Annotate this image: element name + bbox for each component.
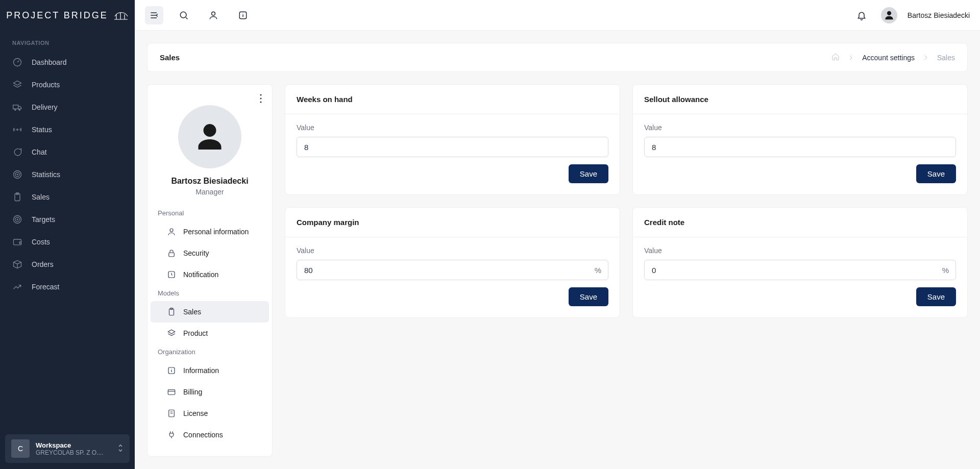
- sub-item-notification[interactable]: Notification: [151, 264, 269, 285]
- info-icon: [167, 366, 176, 375]
- up-down-icon: [117, 443, 124, 454]
- breadcrumb: Account settings Sales: [831, 53, 955, 62]
- bridge-icon: [113, 9, 129, 21]
- sidebar-item-targets[interactable]: Targets: [0, 208, 135, 231]
- user-avatar[interactable]: [881, 7, 897, 23]
- profile-button[interactable]: [204, 6, 223, 24]
- save-button[interactable]: Save: [569, 164, 608, 183]
- gauge-icon: [12, 57, 22, 67]
- profile-name: Bartosz Biesiadecki: [148, 177, 272, 186]
- field-label: Value: [644, 124, 956, 132]
- chevron-right-icon: [847, 54, 855, 62]
- sub-item-label: Notification: [183, 270, 218, 279]
- sidebar-item-products[interactable]: Products: [0, 73, 135, 96]
- sidebar-item-status[interactable]: Status: [0, 118, 135, 141]
- clipboard-icon: [167, 307, 176, 316]
- bell-square-icon: [167, 270, 176, 279]
- nav-label: Forecast: [32, 283, 59, 291]
- notifications-button[interactable]: [852, 6, 871, 24]
- save-button[interactable]: Save: [916, 287, 956, 306]
- user-name[interactable]: Bartosz Biesiadecki: [908, 11, 970, 19]
- card-title: Weeks on hand: [285, 85, 620, 114]
- sidebar-item-dashboard[interactable]: Dashboard: [0, 51, 135, 73]
- sidebar: PROJECT BRIDGE NAVIGATION DashboardProdu…: [0, 0, 135, 469]
- credit-note-input[interactable]: [644, 260, 956, 280]
- sub-item-label: Product: [183, 329, 208, 337]
- user-icon: [167, 227, 176, 236]
- sub-item-security[interactable]: Security: [151, 242, 269, 264]
- sub-item-label: License: [183, 409, 208, 417]
- topbar: Bartosz Biesiadecki: [135, 0, 980, 31]
- sidebar-item-delivery[interactable]: Delivery: [0, 96, 135, 118]
- sub-item-information[interactable]: Information: [151, 360, 269, 381]
- company-margin-input[interactable]: [297, 260, 608, 280]
- trend-icon: [12, 282, 22, 292]
- percent-suffix: %: [595, 266, 601, 275]
- target-icon: [12, 214, 22, 225]
- info-button[interactable]: [234, 6, 252, 24]
- sub-item-billing[interactable]: Billing: [151, 381, 269, 403]
- card-title: Sellout allowance: [633, 85, 967, 114]
- more-options-button[interactable]: [260, 94, 262, 105]
- sub-item-license[interactable]: License: [151, 403, 269, 424]
- brand-text: PROJECT BRIDGE: [6, 10, 108, 21]
- sub-item-sales[interactable]: Sales: [151, 301, 269, 323]
- section-models: Models: [148, 285, 272, 301]
- nav-list: DashboardProductsDeliveryStatusChatStati…: [0, 51, 135, 429]
- save-button[interactable]: Save: [916, 164, 956, 183]
- sidebar-item-orders[interactable]: Orders: [0, 253, 135, 276]
- broadcast-icon: [12, 125, 22, 135]
- percent-suffix: %: [942, 266, 949, 275]
- save-button[interactable]: Save: [569, 287, 608, 306]
- search-button[interactable]: [175, 6, 193, 24]
- card-title: Credit note: [633, 208, 967, 237]
- sub-item-label: Personal information: [183, 228, 249, 236]
- sub-item-connections[interactable]: Connections: [151, 424, 269, 446]
- sub-item-personal-information[interactable]: Personal information: [151, 221, 269, 242]
- truck-icon: [12, 102, 22, 112]
- card-company-margin: Company margin Value % Save: [285, 207, 620, 318]
- sellout-allowance-input[interactable]: [644, 137, 956, 157]
- nav-label: Products: [32, 81, 60, 89]
- breadcrumb-home[interactable]: [831, 53, 840, 62]
- sub-item-label: Billing: [183, 388, 202, 396]
- profile-role: Manager: [148, 188, 272, 196]
- profile-avatar: [178, 105, 241, 168]
- breadcrumb-account-settings[interactable]: Account settings: [862, 54, 915, 62]
- nav-label: Sales: [32, 193, 50, 201]
- profile-card: Bartosz Biesiadecki Manager Personal Per…: [147, 84, 273, 457]
- nav-label: Delivery: [32, 103, 58, 111]
- sidebar-item-forecast[interactable]: Forecast: [0, 276, 135, 298]
- sub-item-label: Information: [183, 366, 219, 375]
- section-organization: Organization: [148, 344, 272, 360]
- sub-item-label: Security: [183, 249, 209, 257]
- card-credit-note: Credit note Value % Save: [632, 207, 968, 318]
- card-weeks-on-hand: Weeks on hand Value Save: [285, 84, 620, 195]
- workspace-switcher[interactable]: C Workspace GREYCOLAB SP. Z O....: [5, 434, 130, 463]
- section-personal: Personal: [148, 205, 272, 221]
- workspace-avatar: C: [11, 439, 30, 458]
- brand: PROJECT BRIDGE: [0, 0, 135, 31]
- sidebar-item-statistics[interactable]: Statistics: [0, 163, 135, 186]
- sub-item-label: Sales: [183, 308, 201, 316]
- nav-label: Orders: [32, 260, 54, 268]
- card-title: Company margin: [285, 208, 620, 237]
- field-label: Value: [297, 246, 608, 255]
- weeks-on-hand-input[interactable]: [297, 137, 608, 157]
- collapse-sidebar-button[interactable]: [145, 6, 163, 24]
- license-icon: [167, 409, 176, 418]
- nav-label: Costs: [32, 238, 50, 246]
- field-label: Value: [644, 246, 956, 255]
- lock-icon: [167, 249, 176, 258]
- nav-heading: NAVIGATION: [0, 31, 135, 51]
- workspace-title: Workspace: [36, 441, 111, 449]
- sidebar-item-sales[interactable]: Sales: [0, 186, 135, 208]
- workspace-subtitle: GREYCOLAB SP. Z O....: [36, 449, 111, 456]
- plug-icon: [167, 430, 176, 439]
- sidebar-item-chat[interactable]: Chat: [0, 141, 135, 163]
- clipboard-icon: [12, 192, 22, 202]
- nav-label: Status: [32, 126, 52, 134]
- sub-item-product[interactable]: Product: [151, 323, 269, 344]
- sidebar-item-costs[interactable]: Costs: [0, 231, 135, 253]
- wallet-icon: [12, 237, 22, 247]
